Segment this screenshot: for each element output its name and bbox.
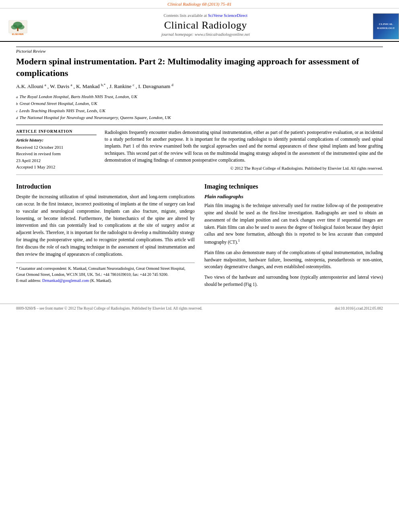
imaging-heading: Imaging techniques (204, 183, 383, 190)
svg-rect-4 (17, 28, 19, 31)
journal-logo-right: CLINICAL RADIOLOGY (367, 12, 399, 41)
imaging-para-2: Plain films can also demonstrate many of… (204, 249, 383, 271)
journal-title: Clinical Radiology (164, 19, 247, 31)
history-item-3: 23 April 2012 (16, 157, 97, 164)
issn-text: 0009-9260/$ – see front matter © 2012 Th… (16, 306, 202, 310)
history-item-1: Received 12 October 2011 (16, 144, 97, 151)
abstract-col: Radiologists frequently encounter studie… (105, 129, 383, 170)
article-content: Pictorial Review Modern spinal instrumen… (0, 42, 399, 300)
sciverse-line: Contents lists available at SciVerse Sci… (164, 13, 247, 18)
body-two-col: Introduction Despite the increasing util… (16, 181, 383, 292)
introduction-heading: Introduction (16, 183, 195, 190)
article-info-abstract-section: ARTICLE INFORMATION Article history: Rec… (16, 129, 383, 175)
top-bar: Clinical Radiology 68 (2013) 75–81 (0, 0, 399, 8)
elsevier-logo-svg: ELSEVIER (4, 18, 40, 38)
affil-a: a The Royal London Hospital, Barts Healt… (16, 93, 383, 101)
affil-d-text: The National Hospital for Neurology and … (20, 114, 171, 121)
citation-text: Clinical Radiology 68 (2013) 75–81 (167, 2, 231, 6)
footnote-area: * Guarantor and correspondent: K. Mankad… (16, 263, 195, 283)
section-type: Pictorial Review (16, 47, 383, 53)
intro-para-1: Despite the increasing utilization of sp… (16, 193, 195, 258)
authors-line: A.K. Allouni a , W. Davis a , K. Mankad … (16, 83, 383, 90)
introduction-col: Introduction Despite the increasing util… (16, 181, 195, 292)
affiliations: a The Royal London Hospital, Barts Healt… (16, 93, 383, 125)
plain-radiographs-heading: Plain radiographs (204, 193, 383, 200)
bottom-bar: 0009-9260/$ – see front matter © 2012 Th… (0, 304, 399, 313)
affil-b-text: Great Ormond Street Hospital, London, UK (20, 100, 97, 107)
sup-b: b,* (101, 83, 105, 87)
svg-point-2 (11, 25, 18, 30)
article-info-col: ARTICLE INFORMATION Article history: Rec… (16, 129, 97, 170)
sciverse-link[interactable]: SciVerse ScienceDirect (208, 13, 247, 18)
radiology-logo-box: CLINICAL RADIOLOGY (373, 13, 399, 39)
doi-text: doi:10.1016/j.crad.2012.05.002 (335, 306, 383, 310)
affil-c: c Leeds Teaching Hospitals NHS Trust, Le… (16, 107, 383, 115)
sup-a2: a (70, 83, 72, 87)
sup-a1: a (45, 83, 46, 87)
sup-d: d (172, 83, 174, 87)
history-item-4: Accepted 1 May 2012 (16, 164, 97, 170)
affil-d: d The National Hospital for Neurology an… (16, 114, 383, 121)
elsevier-logo-area: ELSEVIER (0, 12, 44, 41)
imaging-col: Imaging techniques Plain radiographs Pla… (204, 181, 383, 292)
imaging-para-3: Two views of the hardware and surroundin… (204, 274, 383, 288)
sup-affil-b: b (16, 101, 18, 107)
author-comma3: , J. Rankine (107, 84, 131, 90)
imaging-para-1: Plain film imaging is the technique univ… (204, 202, 383, 246)
sup-c: c (133, 83, 134, 87)
svg-text:ELSEVIER: ELSEVIER (12, 33, 24, 35)
history-item-2: Received in revised form (16, 150, 97, 157)
sup-affil-d: d (16, 115, 18, 121)
journal-title-area: Contents lists available at SciVerse Sci… (44, 12, 367, 41)
copyright-line: © 2012 The Royal College of Radiologists… (105, 166, 383, 170)
sup-affil-c: c (16, 108, 18, 114)
footnote-email: E-mail address: Drmankad@googlemail.com … (16, 277, 195, 283)
author-comma2: , K. Mankad (74, 84, 100, 90)
author-allouni: A.K. Allouni (16, 84, 43, 90)
affil-c-text: Leeds Teaching Hospitals NHS Trust, Leed… (19, 107, 105, 115)
author-comma4: , I. Davagnanam (136, 84, 170, 90)
email-link[interactable]: Drmankad@googlemail.com (42, 278, 89, 283)
footnote-guarantor: * Guarantor and correspondent: K. Mankad… (16, 265, 195, 277)
affil-a-text: The Royal London Hospital, Barts Health … (20, 93, 138, 101)
article-title: Modern spinal instrumentation. Part 2: M… (16, 56, 383, 79)
journal-header: ELSEVIER Contents lists available at Sci… (0, 8, 399, 42)
radiology-logo-text: CLINICAL RADIOLOGY (373, 23, 399, 30)
svg-point-3 (18, 25, 25, 30)
abstract-text: Radiologists frequently encounter studie… (105, 129, 383, 164)
journal-homepage: journal homepage: www.clinicalradiologyo… (161, 32, 250, 37)
article-info-label: ARTICLE INFORMATION (16, 129, 97, 135)
author-comma1: , W. Davis (47, 84, 69, 90)
article-history-label: Article history: (16, 138, 97, 142)
sup-affil-a: a (16, 94, 18, 100)
affil-b: b Great Ormond Street Hospital, London, … (16, 100, 383, 107)
